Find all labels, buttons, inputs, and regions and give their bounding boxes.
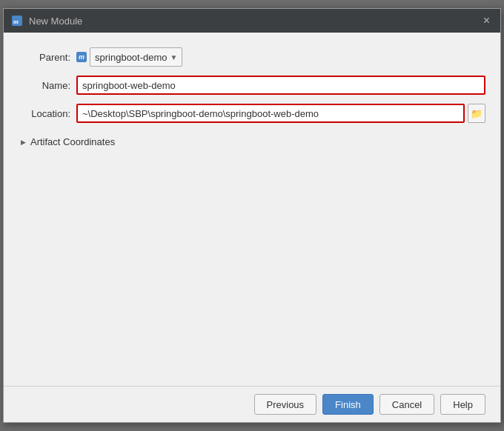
- browse-icon: 📁: [471, 108, 483, 119]
- dialog-title: New Module: [29, 16, 82, 27]
- artifact-section: ▶ Artifact Coordinates: [19, 135, 485, 149]
- previous-button[interactable]: Previous: [254, 394, 317, 415]
- parent-control: m springboot-demo ▼: [76, 47, 485, 67]
- location-row: Location: 📁: [19, 104, 485, 123]
- name-input[interactable]: [76, 76, 485, 95]
- parent-dropdown-value: springboot-demo: [95, 52, 168, 63]
- parent-dropdown-arrow: ▼: [170, 53, 178, 61]
- close-button[interactable]: ×: [480, 13, 493, 28]
- module-icon: m: [76, 52, 87, 62]
- cancel-button[interactable]: Cancel: [379, 394, 434, 415]
- parent-row: Parent: m springboot-demo ▼: [19, 47, 485, 67]
- artifact-title: Artifact Coordinates: [30, 136, 115, 147]
- parent-dropdown-wrap: m springboot-demo ▼: [76, 47, 182, 67]
- app-icon: m: [11, 15, 23, 27]
- location-control: 📁: [76, 104, 485, 123]
- dialog-footer: Previous Finish Cancel Help: [4, 386, 500, 422]
- help-button[interactable]: Help: [440, 394, 485, 415]
- svg-text:m: m: [13, 18, 19, 25]
- name-row: Name:: [19, 76, 485, 95]
- browse-button[interactable]: 📁: [468, 104, 485, 123]
- artifact-header[interactable]: ▶ Artifact Coordinates: [19, 135, 485, 149]
- dialog-body: Parent: m springboot-demo ▼ Name:: [4, 33, 500, 386]
- module-icon-letter: m: [79, 53, 84, 61]
- artifact-expand-icon: ▶: [19, 138, 27, 147]
- new-module-dialog: m New Module × Parent: m springboot-demo…: [3, 8, 501, 423]
- location-input[interactable]: [76, 104, 465, 123]
- name-label: Name:: [19, 80, 70, 91]
- name-control: [76, 76, 485, 95]
- title-bar-left: m New Module: [11, 15, 82, 27]
- parent-dropdown[interactable]: springboot-demo ▼: [90, 47, 182, 67]
- title-bar: m New Module ×: [4, 9, 500, 33]
- parent-label: Parent:: [19, 52, 70, 63]
- finish-button[interactable]: Finish: [322, 394, 374, 415]
- location-label: Location:: [19, 108, 70, 119]
